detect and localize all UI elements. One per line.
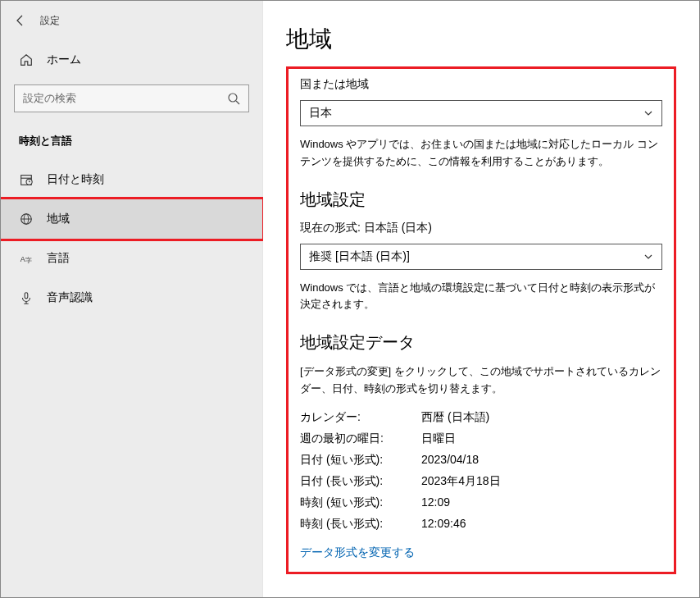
table-row: カレンダー:西暦 (日本語)	[300, 406, 662, 427]
row-key: 日付 (短い形式):	[300, 449, 421, 470]
svg-text:字: 字	[25, 257, 32, 264]
table-row: 週の最初の曜日:日曜日	[300, 427, 662, 449]
chevron-down-icon	[643, 108, 653, 118]
main-content: 地域 国または地域 日本 Windows やアプリでは、お住まいの国または地域に…	[263, 1, 699, 597]
calendar-clock-icon	[19, 172, 34, 187]
country-dropdown-value: 日本	[309, 106, 332, 121]
svg-line-1	[236, 101, 239, 104]
row-value: 2023年4月18日	[421, 470, 501, 491]
svg-text:A: A	[20, 255, 25, 263]
table-row: 時刻 (短い形式):12:09	[300, 491, 662, 513]
section-label: 時刻と言語	[1, 126, 262, 160]
row-value: 西暦 (日本語)	[421, 406, 489, 427]
row-key: 日付 (長い形式):	[300, 470, 421, 491]
row-key: カレンダー:	[300, 406, 421, 427]
microphone-icon	[19, 290, 34, 305]
home-icon	[19, 52, 34, 67]
sidebar-item-language[interactable]: A字 言語	[1, 239, 262, 278]
sidebar: 設定 ホーム 設定の検索 時刻と言語 日付と時刻 地域 A字 言語 音声認識	[1, 1, 263, 598]
sidebar-item-region[interactable]: 地域	[1, 199, 262, 239]
globe-icon	[19, 212, 34, 226]
header-row: 設定	[1, 1, 262, 40]
change-format-link[interactable]: データ形式を変更する	[300, 546, 415, 560]
region-data-heading: 地域設定データ	[300, 331, 662, 354]
home-label: ホーム	[47, 52, 81, 67]
sidebar-item-datetime[interactable]: 日付と時刻	[1, 160, 262, 199]
back-button[interactable]	[1, 1, 40, 40]
page-title: 地域	[286, 24, 676, 55]
search-placeholder: 設定の検索	[23, 91, 76, 106]
arrow-left-icon	[14, 14, 27, 27]
sidebar-item-label: 日付と時刻	[47, 172, 104, 187]
row-value: 12:09:46	[421, 513, 466, 534]
format-data-table: カレンダー:西暦 (日本語) 週の最初の曜日:日曜日 日付 (短い形式):202…	[300, 406, 662, 534]
sidebar-item-label: 音声認識	[47, 290, 93, 305]
format-description: Windows では、言語と地域の環境設定に基づいて日付と時刻の表示形式が決定さ…	[300, 280, 662, 314]
sidebar-item-label: 言語	[47, 251, 70, 266]
format-dropdown-value: 推奨 [日本語 (日本)]	[309, 249, 410, 264]
language-icon: A字	[19, 251, 34, 266]
svg-point-0	[229, 94, 237, 102]
app-title: 設定	[40, 14, 60, 28]
format-dropdown[interactable]: 推奨 [日本語 (日本)]	[300, 244, 662, 270]
current-format-label: 現在の形式: 日本語 (日本)	[300, 221, 662, 235]
table-row: 時刻 (長い形式):12:09:46	[300, 513, 662, 534]
country-heading: 国または地域	[300, 77, 662, 92]
search-icon	[227, 92, 240, 105]
table-row: 日付 (短い形式):2023/04/18	[300, 449, 662, 470]
country-description: Windows やアプリでは、お住まいの国または地域に対応したローカル コンテン…	[300, 136, 662, 171]
row-value: 12:09	[421, 491, 450, 513]
chevron-down-icon	[643, 252, 653, 262]
region-data-description: [データ形式の変更] をクリックして、この地域でサポートされているカレンダー、日…	[300, 363, 662, 398]
row-key: 時刻 (短い形式):	[300, 491, 421, 513]
svg-rect-10	[25, 293, 28, 299]
sidebar-item-label: 地域	[47, 212, 70, 226]
highlighted-region: 国または地域 日本 Windows やアプリでは、お住まいの国または地域に対応し…	[286, 66, 676, 574]
sidebar-item-speech[interactable]: 音声認識	[1, 278, 262, 317]
search-input[interactable]: 設定の検索	[14, 84, 249, 112]
table-row: 日付 (長い形式):2023年4月18日	[300, 470, 662, 491]
country-dropdown[interactable]: 日本	[300, 100, 662, 126]
row-key: 時刻 (長い形式):	[300, 513, 421, 534]
home-nav[interactable]: ホーム	[1, 40, 262, 80]
region-settings-heading: 地域設定	[300, 189, 662, 211]
row-value: 日曜日	[421, 427, 456, 449]
row-key: 週の最初の曜日:	[300, 427, 421, 449]
row-value: 2023/04/18	[421, 449, 479, 470]
